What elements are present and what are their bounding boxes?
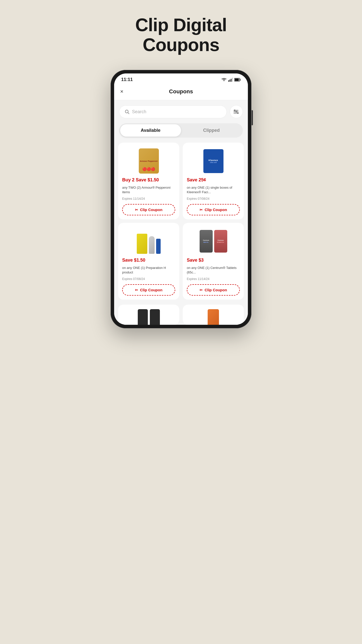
coupon-image — [122, 227, 175, 255]
coupon-card-partial — [118, 305, 179, 325]
phone-side-button — [252, 110, 253, 125]
coupon-description: on any ONE (1) Centrum® Tablets (65c... — [187, 266, 240, 275]
pepperoni-product-image — [139, 148, 159, 174]
close-button[interactable]: × — [120, 88, 123, 95]
coupon-expiry: Expires 11/14/24 — [122, 197, 175, 200]
page-title: Clip Digital Coupons — [135, 15, 227, 55]
coupon-card: Buy 2 Save $1.50 any TWO (2) Armour® Pep… — [118, 143, 179, 219]
coupon-expiry: Expires 11/14/24 — [187, 277, 240, 281]
coupon-card: Save $1.50 on any ONE (1) Preparation H … — [118, 223, 179, 300]
coupon-description: any TWO (2) Armour® Pepperoni items — [122, 185, 175, 194]
tabs-section: Available Clipped — [114, 121, 248, 143]
clip-coupon-label: Clip Coupon — [140, 288, 162, 292]
status-time: 11:11 — [121, 77, 133, 82]
coupon-image — [122, 147, 175, 175]
prep-spray — [149, 236, 155, 254]
coupon-expiry: Expires 07/08/24 — [122, 277, 175, 281]
filter-icon — [234, 109, 239, 114]
centrum-women — [214, 230, 227, 253]
phone-screen: 11:11 — [114, 73, 248, 325]
phone-frame: 11:11 — [111, 70, 251, 328]
coupon-card: Save $3 on any ONE (1) Centrum® Tablets … — [183, 223, 244, 300]
clip-coupon-label: Clip Coupon — [205, 288, 227, 292]
coupon-description: on any ONE (1) Preparation H product — [122, 266, 175, 275]
clip-coupon-button[interactable]: ✂ Clip Coupon — [187, 204, 240, 215]
coupon-description: on any ONE (1) single boxes of Kleenex® … — [187, 185, 240, 194]
prep-tube — [156, 239, 161, 254]
prep-wipes — [137, 234, 147, 254]
svg-rect-1 — [228, 80, 229, 82]
coupon-deal: Save $1.50 — [122, 258, 175, 263]
svg-line-8 — [128, 113, 129, 114]
clip-coupon-label: Clip Coupon — [140, 208, 162, 212]
coupon-deal: Buy 2 Save $1.50 — [122, 177, 175, 183]
status-icons — [221, 78, 241, 82]
header-title: Coupons — [169, 88, 193, 95]
clip-coupon-button[interactable]: ✂ Clip Coupon — [187, 284, 240, 296]
clip-coupon-label: Clip Coupon — [205, 208, 227, 212]
centrum-men — [200, 230, 213, 253]
search-input-wrap[interactable]: Search — [119, 105, 227, 118]
clip-coupon-button[interactable]: ✂ Clip Coupon — [122, 284, 175, 296]
battery-icon — [234, 78, 241, 82]
coupon-deal: Save $3 — [187, 258, 240, 263]
wifi-icon — [221, 78, 227, 82]
tab-clipped[interactable]: Clipped — [181, 124, 242, 137]
scissors-icon: ✂ — [135, 288, 138, 292]
coupon-card-partial — [183, 305, 244, 325]
tab-available[interactable]: Available — [120, 124, 181, 137]
prep-h-product-image — [137, 229, 161, 254]
centrum-product-image — [200, 230, 227, 253]
partial-coupons-row — [114, 305, 248, 325]
search-icon — [124, 109, 129, 114]
top-bar: × Coupons — [114, 84, 248, 100]
search-area: Search — [114, 100, 248, 121]
tabs-container: Available Clipped — [119, 123, 243, 138]
coupons-grid: Buy 2 Save $1.50 any TWO (2) Armour® Pep… — [114, 143, 248, 305]
svg-rect-2 — [230, 79, 230, 82]
svg-rect-4 — [232, 78, 233, 82]
scissors-icon: ✂ — [135, 208, 138, 212]
partial-product — [150, 309, 160, 325]
partial-product — [208, 309, 219, 325]
partial-product — [138, 309, 148, 325]
filter-button[interactable] — [230, 105, 243, 118]
svg-rect-3 — [231, 79, 232, 82]
search-placeholder: Search — [132, 109, 146, 114]
coupon-image — [187, 227, 240, 255]
scissors-icon: ✂ — [200, 208, 203, 212]
kleenex-product-image — [203, 149, 223, 173]
coupon-deal: Save 25¢ — [187, 177, 240, 183]
status-bar: 11:11 — [114, 73, 248, 84]
scissors-icon: ✂ — [200, 288, 203, 292]
svg-marker-0 — [223, 80, 225, 81]
clip-coupon-button[interactable]: ✂ Clip Coupon — [122, 204, 175, 215]
coupon-card: Save 25¢ on any ONE (1) single boxes of … — [183, 143, 244, 219]
coupon-image — [187, 147, 240, 175]
signal-icon — [228, 78, 233, 82]
svg-rect-6 — [235, 78, 239, 81]
coupon-expiry: Expires 07/08/24 — [187, 197, 240, 200]
